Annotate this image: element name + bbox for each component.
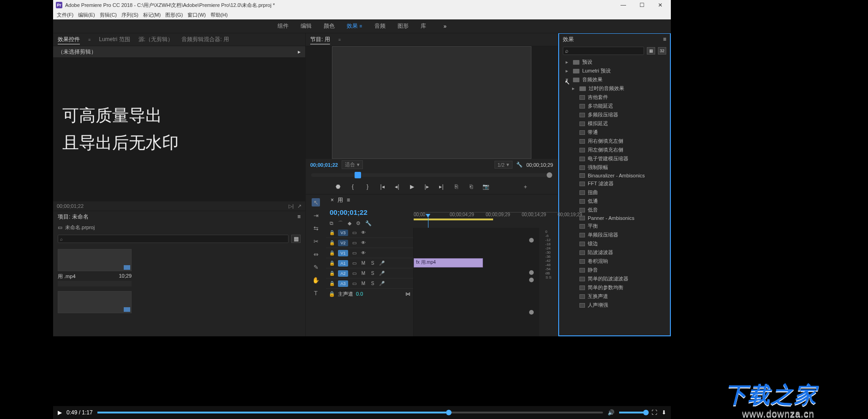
fx-item-10[interactable]: FFT 滤波器 [559, 179, 670, 188]
fx-item-0[interactable]: 吉他套件 [559, 93, 670, 102]
tab-lumetri[interactable]: Lumetri 范围 [99, 36, 130, 43]
tab-menu-icon[interactable]: ≡ [88, 37, 90, 42]
menu-graphics[interactable]: 图形(G) [165, 12, 183, 18]
project-clip[interactable]: 用 .mp410;29 [58, 249, 132, 286]
step-fwd-icon[interactable]: |▸ [422, 182, 431, 191]
ws-graphics[interactable]: 图形 [398, 22, 409, 30]
fx-item-12[interactable]: 低通 [559, 197, 670, 206]
ws-overflow[interactable]: » [444, 23, 447, 30]
solo-l[interactable]: S [546, 275, 548, 279]
ripple-tool[interactable]: ⇆ [312, 224, 320, 232]
fx-item-8[interactable]: 强制限幅 [559, 163, 670, 172]
razor-tool[interactable]: ✂ [312, 237, 320, 245]
fx-item-3[interactable]: 模拟延迟 [559, 119, 670, 128]
ws-color[interactable]: 颜色 [324, 22, 335, 30]
project-filter-icon[interactable]: ▦ [291, 235, 301, 243]
program-tc-left[interactable]: 00;00;01;22 [310, 162, 338, 168]
ws-audio[interactable]: 音频 [374, 22, 386, 30]
fx-item-24[interactable]: 人声增强 [559, 301, 670, 310]
ws-edit[interactable]: 编辑 [301, 22, 312, 30]
in-icon[interactable]: { [349, 182, 357, 191]
ws-library[interactable]: 库 [421, 22, 426, 30]
player-seek[interactable] [97, 412, 603, 413]
out-icon[interactable]: } [363, 182, 372, 191]
goto-out-icon[interactable]: ▸| [437, 182, 446, 191]
effects-tab[interactable]: 效果 [563, 36, 574, 43]
goto-in-icon[interactable]: |◂ [378, 182, 386, 191]
timeline-menu-icon[interactable]: ≡ [347, 197, 350, 203]
menu-marker[interactable]: 标记(M) [143, 12, 161, 18]
tab-effect-controls[interactable]: 效果控件 [58, 36, 80, 43]
eye-icon[interactable]: 👁 [360, 230, 367, 235]
menu-clip[interactable]: 剪辑(C) [100, 12, 117, 18]
fx-folder-obsolete[interactable]: ▸过时的音频效果 [559, 84, 670, 93]
menu-file[interactable]: 文件(F) [57, 12, 73, 18]
fx-item-22[interactable]: 简单的参数均衡 [559, 283, 670, 292]
fx-item-15[interactable]: 平衡 [559, 222, 670, 231]
fx-item-11[interactable]: 扭曲 [559, 188, 670, 197]
ec-icon-2[interactable]: ↗ [297, 203, 301, 209]
settings-icon[interactable]: ⚙ [356, 220, 361, 226]
player-seek-knob[interactable] [446, 410, 452, 415]
step-back-icon[interactable]: ◂| [393, 182, 401, 191]
program-playhead[interactable] [355, 172, 361, 178]
wrench-icon[interactable]: 🔧 [516, 162, 523, 168]
fx-folder-lumetri[interactable]: ▸Lumetri 预设 [559, 67, 670, 75]
fx-item-7[interactable]: 电子管建模压缩器 [559, 154, 670, 163]
program-fit[interactable]: 适合▾ [342, 160, 363, 169]
ec-timecode[interactable]: 00;00;01;22 [57, 203, 84, 209]
minimize-button[interactable]: — [615, 1, 631, 9]
player-play-icon[interactable]: ▶ [58, 409, 62, 416]
fx-item-16[interactable]: 单频段压缩器 [559, 231, 670, 239]
clip-thumbnail-2[interactable] [58, 291, 132, 313]
mic-icon[interactable]: 🎤 [379, 261, 385, 266]
program-menu-icon[interactable]: ≡ [338, 37, 341, 42]
program-viewport[interactable] [306, 46, 558, 159]
snap-icon[interactable]: ⧉ [330, 220, 333, 226]
program-tab[interactable]: 节目: 用 [310, 36, 330, 43]
tab-source[interactable]: 源:（无剪辑） [139, 36, 173, 43]
fx-item-18[interactable]: 陷波滤波器 [559, 248, 670, 257]
menu-sequence[interactable]: 序列(S) [121, 12, 139, 18]
clip-thumbnail[interactable] [58, 249, 132, 271]
fullscreen-icon[interactable]: ⛶ [651, 409, 657, 416]
fx-item-17[interactable]: 镶边 [559, 239, 670, 248]
timeline-close-icon[interactable]: × [331, 197, 334, 203]
lock-icon[interactable]: 🔒 [329, 230, 335, 235]
track-select-tool[interactable]: ⇥ [312, 211, 320, 219]
fx-item-9[interactable]: Binauralizer - Ambisonics [559, 172, 670, 179]
tab-audio-mixer[interactable]: 音频剪辑混合器: 用 [181, 36, 229, 43]
fx-folder-presets[interactable]: ▸预设 [559, 58, 670, 67]
volume-icon[interactable]: 🔊 [608, 409, 615, 416]
solo-r[interactable]: S [549, 275, 551, 279]
ec-icon-1[interactable]: ▷| [289, 203, 294, 209]
fx-item-19[interactable]: 卷积混响 [559, 257, 670, 266]
extract-icon[interactable]: ⎗ [467, 182, 475, 191]
fx-item-1[interactable]: 多功能延迟 [559, 102, 670, 110]
add-button-icon[interactable]: ＋ [521, 182, 530, 191]
marker-icon[interactable]: ⬣ [334, 182, 342, 191]
slip-tool[interactable]: ⇔ [312, 250, 320, 258]
wrench-icon-2[interactable]: 🔧 [365, 220, 372, 226]
timeline-ruler[interactable]: 00;00 00;00;04;29 00;00;09;29 00;00;14;2… [414, 212, 558, 213]
pen-tool[interactable]: ✎ [312, 263, 320, 271]
fx-item-4[interactable]: 带通 [559, 128, 670, 137]
export-frame-icon[interactable]: 📷 [482, 182, 490, 191]
menu-edit[interactable]: 编辑(E) [78, 12, 95, 18]
menu-help[interactable]: 帮助(H) [211, 12, 228, 18]
fx-filter-2[interactable]: 32 [658, 47, 666, 55]
effects-menu-icon[interactable]: ≡ [663, 36, 666, 43]
fx-item-6[interactable]: 用左侧填充右侧 [559, 146, 670, 154]
volume-slider[interactable] [619, 412, 647, 413]
ec-play-icon[interactable]: ▸ [298, 49, 301, 55]
play-icon[interactable]: ▶ [408, 182, 416, 191]
fx-item-2[interactable]: 多频段压缩器 [559, 110, 670, 119]
project-tab[interactable]: 项目: 未命名 [58, 213, 89, 221]
selection-tool[interactable]: ↖ [312, 198, 320, 206]
ws-assembly[interactable]: 组件 [277, 22, 289, 30]
fx-icon[interactable]: ▭ [351, 230, 357, 235]
fx-item-21[interactable]: 简单的陷波滤波器 [559, 274, 670, 283]
ws-effects[interactable]: 效果 [347, 22, 362, 30]
fx-filter-1[interactable]: ▦ [647, 47, 655, 55]
program-scrubber[interactable] [306, 171, 558, 180]
